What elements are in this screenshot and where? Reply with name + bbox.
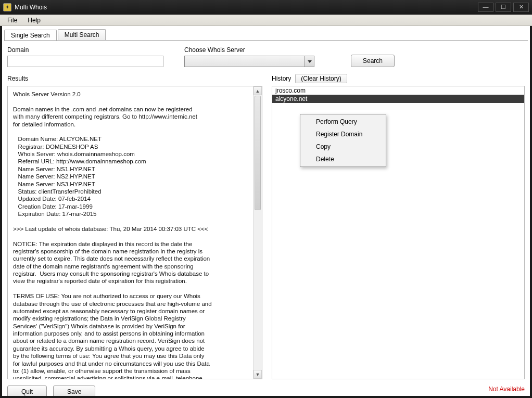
- scroll-up-icon[interactable]: ▲: [254, 86, 262, 95]
- bottom-bar: Quit Save: [4, 382, 528, 398]
- tab-strip: Single Search Multi Search: [4, 29, 528, 41]
- app-icon: ✦: [3, 3, 11, 11]
- history-item[interactable]: alcyone.net: [272, 95, 524, 103]
- domain-label: Domain: [7, 46, 163, 54]
- results-text[interactable]: Whois Server Version 2.0 Domain names in…: [13, 91, 257, 379]
- results-column: Results Whois Server Version 2.0 Domain …: [7, 73, 262, 379]
- search-button[interactable]: Search: [351, 55, 395, 67]
- context-delete[interactable]: Delete: [301, 153, 385, 165]
- context-register-domain[interactable]: Register Domain: [301, 128, 385, 140]
- quit-button[interactable]: Quit: [7, 386, 47, 398]
- client-area: Single Search Multi Search Domain Choose…: [0, 26, 532, 398]
- chevron-down-icon: [308, 60, 312, 63]
- scroll-down-icon[interactable]: ▼: [254, 370, 262, 379]
- whois-server-select[interactable]: [184, 56, 314, 67]
- history-context-menu: Perform Query Register Domain Copy Delet…: [300, 114, 386, 167]
- clear-history-button[interactable]: (Clear History): [295, 74, 347, 83]
- tab-single-search[interactable]: Single Search: [4, 30, 57, 41]
- menu-bar: File Help: [0, 15, 532, 26]
- menu-help[interactable]: Help: [22, 16, 46, 25]
- tab-underline: [4, 40, 528, 41]
- context-perform-query[interactable]: Perform Query: [301, 115, 385, 128]
- results-box: Whois Server Version 2.0 Domain names in…: [7, 86, 262, 379]
- scroll-thumb[interactable]: [255, 96, 261, 210]
- window-buttons: — ☐ ✕: [476, 3, 529, 12]
- minimize-button[interactable]: —: [478, 3, 493, 12]
- menu-file[interactable]: File: [2, 16, 22, 25]
- content-columns: Results Whois Server Version 2.0 Domain …: [4, 70, 528, 382]
- domain-input[interactable]: [7, 56, 163, 67]
- context-copy[interactable]: Copy: [301, 140, 385, 153]
- history-label: History: [272, 75, 291, 82]
- window-title: Multi Whois: [15, 4, 476, 11]
- save-button[interactable]: Save: [53, 386, 95, 398]
- results-scrollbar[interactable]: ▲ ▼: [253, 86, 262, 379]
- history-item[interactable]: jrosco.com: [272, 86, 524, 95]
- close-button[interactable]: ✕: [513, 3, 529, 12]
- server-label: Choose Whois Server: [184, 46, 314, 54]
- results-label: Results: [7, 75, 28, 82]
- search-form: Domain Choose Whois Server Search: [4, 41, 528, 70]
- tab-multi-search[interactable]: Multi Search: [58, 29, 106, 41]
- maximize-button[interactable]: ☐: [496, 3, 511, 12]
- dropdown-button[interactable]: [305, 56, 314, 67]
- status-text: Not Available: [488, 386, 525, 393]
- title-bar: ✦ Multi Whois — ☐ ✕: [0, 0, 532, 15]
